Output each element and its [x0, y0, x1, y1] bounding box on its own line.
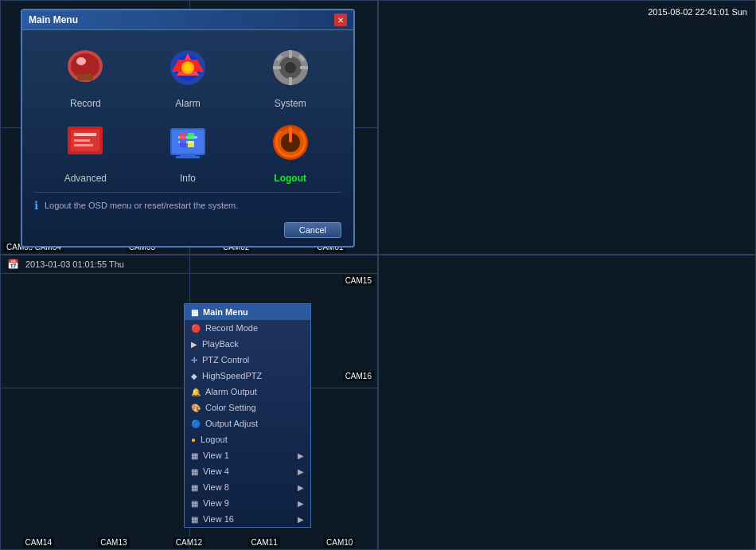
- ctx-view4-label: View 4: [203, 466, 229, 476]
- playback-icon: ▶: [191, 340, 197, 349]
- svg-rect-30: [180, 133, 186, 139]
- record-icon: [61, 44, 109, 92]
- ctx-view16[interactable]: ▦ View 16 ▶: [185, 511, 310, 527]
- ctx-color-setting[interactable]: 🎨 Color Setting: [185, 400, 310, 415]
- ctx-alarm-output[interactable]: 🔔 Alarm Output: [185, 384, 310, 400]
- ptz-icon: ✛: [191, 356, 197, 365]
- view9-arrow: ▶: [298, 499, 304, 508]
- cam14-label: CAM14: [23, 537, 54, 548]
- view4-arrow: ▶: [298, 467, 304, 476]
- alarm-label: Alarm: [175, 98, 200, 109]
- system-label: System: [275, 98, 306, 109]
- svg-point-12: [285, 62, 296, 73]
- quadrant-top-left: CAM05 Main Menu ✕ Record: [0, 0, 378, 255]
- menu-item-logout[interactable]: Logout: [243, 117, 337, 184]
- ctx-record-mode[interactable]: 🔴 Record Mode: [185, 320, 310, 336]
- output-icon: 🔵: [191, 419, 201, 428]
- svg-rect-16: [300, 66, 308, 69]
- record-label: Record: [70, 98, 101, 109]
- advanced-icon: [61, 119, 109, 166]
- menu-item-info[interactable]: Info: [141, 117, 236, 184]
- view4-icon: ▦: [191, 467, 198, 476]
- info-icon: [164, 119, 212, 166]
- main-menu-dialog: Main Menu ✕ Record: [21, 9, 355, 248]
- menu-grid: Record Alarm: [22, 30, 353, 192]
- dialog-titlebar: Main Menu ✕: [22, 10, 353, 30]
- logout-icon: [267, 119, 314, 166]
- ctx-view4[interactable]: ▦ View 4 ▶: [185, 463, 310, 479]
- ctx-view1[interactable]: ▦ View 1 ▶: [185, 447, 310, 463]
- ctx-view8[interactable]: ▦ View 8 ▶: [185, 479, 310, 495]
- context-menu: ▦ Main Menu 🔴 Record Mode ▶ PlayBack ✛ P…: [184, 303, 311, 528]
- cancel-button[interactable]: Cancel: [284, 222, 341, 238]
- cam12-label: CAM12: [173, 537, 205, 548]
- alarm-icon-wrap: [162, 42, 213, 93]
- highspeed-icon: ◆: [191, 372, 197, 380]
- view8-icon: ▦: [191, 483, 198, 492]
- svg-rect-31: [188, 133, 194, 139]
- svg-rect-29: [176, 156, 200, 158]
- svg-rect-2: [77, 74, 93, 80]
- ctx-ptz-label: PTZ Control: [202, 355, 249, 365]
- ctx-alarm-label: Alarm Output: [205, 387, 257, 396]
- ctx-title: ▦ Main Menu: [185, 304, 310, 320]
- cancel-row: Cancel: [22, 218, 353, 244]
- ctx-playback-label: PlayBack: [202, 339, 239, 349]
- ctx-highspeed-ptz[interactable]: ◆ HighSpeedPTZ: [185, 368, 310, 384]
- cam15-label: CAM15: [343, 275, 374, 286]
- alarm-icon: [164, 44, 212, 92]
- menu-item-system[interactable]: System: [243, 42, 337, 109]
- system-icon: [267, 44, 314, 92]
- svg-point-3: [76, 57, 86, 65]
- ctx-menu-title: Main Menu: [203, 307, 248, 317]
- svg-rect-32: [180, 141, 186, 147]
- dialog-title: Main Menu: [29, 14, 78, 25]
- info-icon: ℹ: [34, 199, 38, 212]
- svg-rect-22: [74, 139, 90, 142]
- record-mode-icon: 🔴: [191, 324, 201, 333]
- cam11-label: CAM11: [248, 537, 279, 548]
- dialog-close-button[interactable]: ✕: [334, 14, 347, 26]
- view16-icon: ▦: [191, 515, 198, 524]
- logout-icon-wrap: [265, 117, 316, 168]
- quadrant-bottom-left: 📅 2013-01-03 01:01:55 Thu CAM15 CAM16 CA…: [0, 255, 378, 550]
- record-icon-wrap: [60, 42, 111, 93]
- view9-icon: ▦: [191, 499, 198, 508]
- cam13-label: CAM13: [98, 537, 129, 548]
- ctx-logout-label: Logout: [201, 435, 228, 444]
- svg-rect-15: [273, 66, 281, 69]
- logout-label: Logout: [274, 173, 306, 184]
- ctx-view9-label: View 9: [203, 498, 229, 508]
- ctx-playback[interactable]: ▶ PlayBack: [185, 336, 310, 352]
- cam16-label: CAM16: [343, 371, 374, 381]
- color-icon: 🎨: [191, 404, 201, 412]
- ctx-highspeed-label: HighSpeedPTZ: [202, 371, 262, 380]
- view1-icon: ▦: [191, 451, 198, 460]
- advanced-icon-wrap: [60, 117, 111, 168]
- svg-rect-13: [289, 50, 292, 58]
- info-label: Info: [180, 173, 196, 184]
- ctx-view16-label: View 16: [203, 514, 234, 524]
- ctx-logout[interactable]: ● Logout: [185, 431, 310, 447]
- ctx-ptz-control[interactable]: ✛ PTZ Control: [185, 352, 310, 368]
- quadrant-bottom-right: 📺 ChannelType ✕ Local IP AHDNH/1080N 108…: [378, 255, 756, 550]
- ctx-view1-label: View 1: [203, 451, 229, 460]
- quadrant-top-right: 2015-08-02 22:41:01 Sun System > General…: [378, 0, 756, 255]
- view8-arrow: ▶: [298, 483, 304, 492]
- svg-rect-37: [289, 127, 292, 142]
- ctx-view8-label: View 8: [203, 482, 229, 492]
- svg-rect-23: [74, 144, 93, 146]
- ctx-logout-icon: ●: [191, 435, 196, 444]
- ctx-view9[interactable]: ▦ View 9 ▶: [185, 495, 310, 511]
- menu-item-alarm[interactable]: Alarm: [141, 42, 236, 109]
- menu-item-record[interactable]: Record: [38, 42, 133, 109]
- system-icon-wrap: [265, 42, 316, 93]
- menu-item-advanced[interactable]: Advanced: [38, 117, 133, 184]
- info-icon-wrap: [162, 117, 213, 168]
- footer-text: Logout the OSD menu or reset/restart the…: [45, 201, 238, 210]
- advanced-label: Advanced: [64, 173, 107, 184]
- calendar-icon: 📅: [7, 259, 19, 270]
- view1-arrow: ▶: [298, 451, 304, 460]
- bl-datetime: 2013-01-03 01:01:55 Thu: [25, 259, 124, 269]
- ctx-output-adjust[interactable]: 🔵 Output Adjust: [185, 415, 310, 431]
